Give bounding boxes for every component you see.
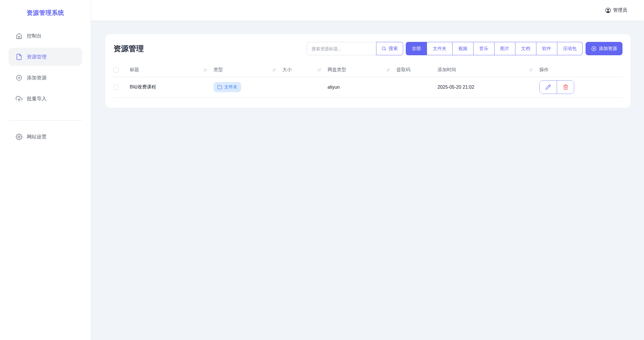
gear-icon	[16, 133, 22, 140]
column-pan-type[interactable]: 网盘类型	[328, 63, 396, 77]
delete-button[interactable]	[557, 81, 574, 94]
sidebar-item-site-settings[interactable]: 网站设置	[8, 128, 82, 146]
search-group: 搜索	[307, 42, 403, 55]
user-avatar-icon	[605, 7, 611, 13]
sidebar-footer-nav: 网站设置	[0, 128, 91, 149]
column-title[interactable]: 标题	[130, 63, 214, 77]
search-button[interactable]: 搜索	[376, 42, 403, 55]
pencil-icon	[545, 84, 551, 90]
sidebar-item-batch-import[interactable]: 批量导入	[8, 90, 82, 108]
sidebar-item-label: 添加资源	[27, 74, 47, 81]
sidebar-item-label: 控制台	[27, 33, 42, 39]
sidebar-item-add-resource[interactable]: 添加资源	[8, 69, 82, 87]
sidebar-divider	[8, 120, 82, 121]
plus-circle-icon	[16, 74, 22, 81]
page-title: 资源管理	[113, 44, 144, 54]
filter-archive[interactable]: 压缩包	[557, 42, 583, 55]
sidebar-item-dashboard[interactable]: 控制台	[8, 27, 82, 45]
add-resource-button[interactable]: 添加资源	[586, 42, 622, 55]
home-icon	[16, 33, 22, 39]
sort-icon[interactable]	[272, 67, 277, 72]
topbar: 管理员	[91, 0, 644, 21]
cell-type: 文件夹	[214, 77, 282, 97]
type-badge: 文件夹	[214, 82, 241, 92]
filter-image[interactable]: 图片	[494, 42, 515, 55]
cell-title: B站收费课程	[130, 77, 214, 97]
table-body: B站收费课程 文件夹 aliyun 2025-05-20 21:02	[113, 77, 622, 97]
file-icon	[16, 54, 22, 60]
type-filter-group: 全部 文件夹 视频 音乐 图片 文档 软件 压缩包	[406, 42, 583, 55]
filter-all[interactable]: 全部	[406, 42, 427, 55]
search-icon	[381, 46, 387, 51]
user-menu[interactable]: 管理员	[605, 7, 627, 13]
table-header: 标题 类型 大小 网盘	[113, 63, 622, 77]
sort-icon[interactable]	[529, 67, 533, 72]
cloud-upload-icon	[16, 95, 22, 102]
sort-icon[interactable]	[386, 67, 391, 72]
select-all-checkbox[interactable]	[113, 67, 119, 73]
sidebar: 资源管理系统 控制台 资源管理 添加资源 批量导入 网站设置	[0, 0, 91, 340]
card-toolbar: 资源管理 搜索 全部 文件夹 视频	[113, 42, 622, 55]
filter-music[interactable]: 音乐	[474, 42, 494, 55]
brand-title: 资源管理系统	[0, 0, 91, 27]
sort-icon[interactable]	[203, 67, 208, 72]
cell-added-time: 2025-05-20 21:02	[437, 77, 539, 97]
sort-icon[interactable]	[317, 67, 322, 72]
app-root: 资源管理系统 控制台 资源管理 添加资源 批量导入 网站设置	[0, 0, 644, 340]
column-code: 提取码	[396, 63, 437, 77]
row-checkbox[interactable]	[113, 85, 119, 90]
cell-actions	[539, 77, 622, 97]
column-type[interactable]: 类型	[214, 63, 282, 77]
toolbar-controls: 搜索 全部 文件夹 视频 音乐 图片 文档 软件 压缩包	[307, 42, 622, 55]
row-action-group	[539, 80, 574, 94]
resource-card: 资源管理 搜索 全部 文件夹 视频	[105, 34, 631, 108]
edit-button[interactable]	[540, 81, 557, 94]
sidebar-item-label: 网站设置	[27, 133, 47, 140]
table-row: B站收费课程 文件夹 aliyun 2025-05-20 21:02	[113, 77, 622, 97]
cell-size	[282, 77, 328, 97]
trash-icon	[563, 84, 568, 90]
table-header-row: 标题 类型 大小 网盘	[113, 63, 622, 77]
plus-circle-icon	[591, 46, 597, 51]
filter-folder[interactable]: 文件夹	[427, 42, 453, 55]
main-area: 管理员 资源管理 搜索	[91, 0, 644, 340]
filter-software[interactable]: 软件	[536, 42, 557, 55]
sidebar-nav: 控制台 资源管理 添加资源 批量导入	[0, 27, 91, 111]
column-added-time[interactable]: 添加时间	[437, 63, 539, 77]
resource-table: 标题 类型 大小 网盘	[113, 63, 622, 98]
sidebar-item-label: 资源管理	[27, 54, 47, 60]
column-actions: 操作	[539, 63, 622, 77]
sidebar-item-label: 批量导入	[27, 95, 47, 102]
cell-code	[396, 77, 437, 97]
column-size[interactable]: 大小	[282, 63, 328, 77]
page-content: 资源管理 搜索 全部 文件夹 视频	[91, 21, 644, 108]
user-name: 管理员	[613, 7, 627, 13]
cell-pan-type: aliyun	[328, 77, 396, 97]
search-input[interactable]	[307, 42, 376, 55]
filter-video[interactable]: 视频	[453, 42, 474, 55]
folder-icon	[217, 85, 222, 90]
filter-document[interactable]: 文档	[515, 42, 536, 55]
sidebar-item-resources[interactable]: 资源管理	[8, 48, 82, 66]
